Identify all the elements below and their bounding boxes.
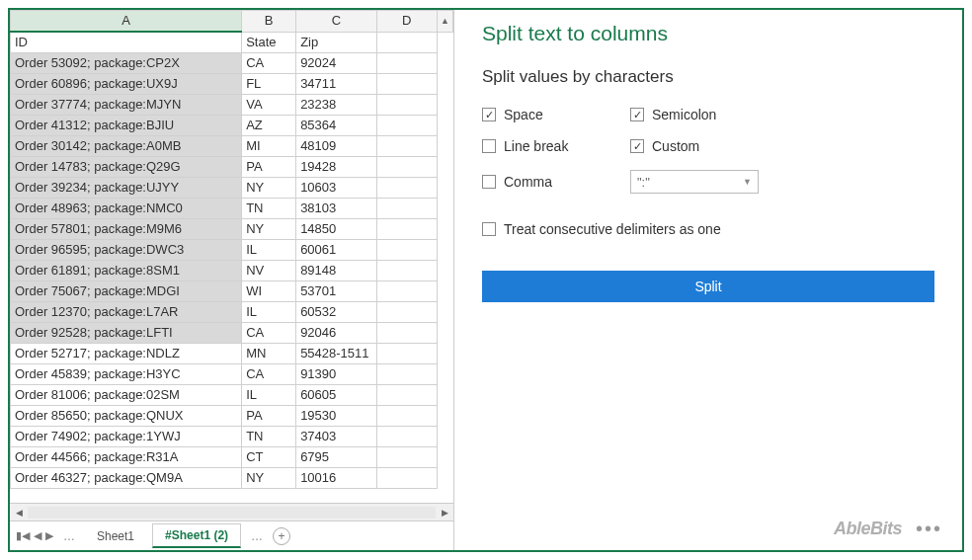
cell-empty[interactable] [376,95,437,116]
tab-first-icon[interactable]: ▮◀ [16,529,30,542]
cell-state[interactable]: FL [242,74,296,95]
cell-state[interactable]: TN [242,199,296,219]
cell-id[interactable]: Order 44566; package:R31A [11,447,242,468]
column-header-row[interactable]: A B C D ▲ [11,11,453,33]
col-header-c[interactable]: C [296,11,376,33]
table-row[interactable]: Order 96595; package:DWC3IL60061 [11,240,453,261]
cell-empty[interactable] [376,427,437,447]
vertical-scrollbar[interactable]: ▲ [437,11,452,33]
cell-empty[interactable] [376,116,437,136]
cell-id[interactable]: Order 48963; package:NMC0 [11,199,242,219]
table-row[interactable]: Order 81006; package:02SMIL60605 [11,385,453,406]
cell-state[interactable]: MI [242,136,296,157]
cell[interactable]: ID [11,32,242,53]
cell[interactable] [376,32,437,53]
cell-id[interactable]: Order 57801; package:M9M6 [11,219,242,240]
horizontal-scrollbar[interactable]: ◀ ▶ [10,503,453,520]
cell-state[interactable]: CA [242,364,296,385]
cell-empty[interactable] [376,468,437,489]
cell-state[interactable]: TN [242,427,296,447]
cell-id[interactable]: Order 60896; package:UX9J [11,74,242,95]
cell-empty[interactable] [376,344,437,364]
cell-state[interactable]: NY [242,219,296,240]
cell-empty[interactable] [376,261,437,281]
table-row[interactable]: Order 41312; package:BJIUAZ85364 [11,116,453,136]
table-row[interactable]: Order 92528; package:LFTICA92046 [11,323,453,344]
cell-state[interactable]: IL [242,385,296,406]
cell-zip[interactable]: 92046 [296,323,376,344]
tab-overflow-right[interactable]: … [247,529,267,543]
tab-sheet1[interactable]: Sheet1 [85,525,146,547]
cell-empty[interactable] [376,240,437,261]
cell-empty[interactable] [376,74,437,95]
cell-id[interactable]: Order 46327; package:QM9A [11,468,242,489]
table-row[interactable]: Order 14783; package:Q29GPA19428 [11,157,453,178]
cell-state[interactable]: CT [242,447,296,468]
cell-zip[interactable]: 14850 [296,219,376,240]
cell-state[interactable]: WI [242,281,296,302]
checkbox-semicolon[interactable]: Semicolon [630,107,788,122]
cell-empty[interactable] [376,178,437,199]
cell-zip[interactable]: 34711 [296,74,376,95]
table-row[interactable]: Order 37774; package:MJYNVA23238 [11,95,453,116]
checkbox-space[interactable]: Space [482,107,620,122]
cell-id[interactable]: Order 41312; package:BJIU [11,116,242,136]
tab-next-icon[interactable]: ▶ [45,529,53,542]
cell-empty[interactable] [376,281,437,302]
tab-prev-icon[interactable]: ◀ [34,529,41,542]
cell-empty[interactable] [376,364,437,385]
table-row[interactable]: Order 45839; package:H3YCCA91390 [11,364,453,385]
cell-empty[interactable] [376,406,437,427]
checkbox-treat-consecutive[interactable]: Treat consecutive delimiters as one [482,221,934,237]
scroll-track[interactable] [28,507,436,519]
scroll-left-icon[interactable]: ◀ [10,508,28,518]
cell-id[interactable]: Order 14783; package:Q29G [11,157,242,178]
cell-zip[interactable]: 92024 [296,53,376,74]
scroll-up-icon[interactable]: ▲ [442,12,448,30]
cell-id[interactable]: Order 92528; package:LFTI [11,323,242,344]
cell-state[interactable]: NY [242,178,296,199]
spreadsheet-grid[interactable]: A B C D ▲ IDStateZipOrder 53092; package… [10,10,453,489]
cell-id[interactable]: Order 45839; package:H3YC [11,364,242,385]
cell-zip[interactable]: 19530 [296,406,376,427]
cell-empty[interactable] [376,53,437,74]
cell-zip[interactable]: 53701 [296,281,376,302]
table-row[interactable]: Order 60896; package:UX9JFL34711 [11,74,453,95]
cell-id[interactable]: Order 81006; package:02SM [11,385,242,406]
cell-id[interactable]: Order 85650; package:QNUX [11,406,242,427]
cell-id[interactable]: Order 74902; package:1YWJ [11,427,242,447]
cell-state[interactable]: IL [242,240,296,261]
cell-zip[interactable]: 89148 [296,261,376,281]
table-row[interactable]: Order 53092; package:CP2XCA92024 [11,53,453,74]
cell-zip[interactable]: 23238 [296,95,376,116]
more-icon[interactable]: ••• [916,518,942,540]
table-row[interactable]: Order 48963; package:NMC0TN38103 [11,199,453,219]
cell-empty[interactable] [376,385,437,406]
table-row[interactable]: Order 39234; package:UJYYNY10603 [11,178,453,199]
table-row[interactable]: Order 30142; package:A0MBMI48109 [11,136,453,157]
cell-zip[interactable]: 10603 [296,178,376,199]
col-header-a[interactable]: A [11,11,242,33]
checkbox-custom[interactable]: Custom [630,138,788,154]
cell-state[interactable]: IL [242,302,296,323]
cell-empty[interactable] [376,323,437,344]
tab-sheet1-2[interactable]: #Sheet1 (2) [152,523,241,548]
cell-id[interactable]: Order 52717; package:NDLZ [11,344,242,364]
cell-zip[interactable]: 55428-1511 [296,344,376,364]
col-header-d[interactable]: D [376,11,437,33]
cell-empty[interactable] [376,199,437,219]
scroll-right-icon[interactable]: ▶ [436,508,453,518]
cell-empty[interactable] [376,447,437,468]
cell-state[interactable]: NY [242,468,296,489]
add-sheet-button[interactable]: + [273,527,290,545]
cell-zip[interactable]: 60532 [296,302,376,323]
cell-zip[interactable]: 19428 [296,157,376,178]
cell-state[interactable]: NV [242,261,296,281]
cell-zip[interactable]: 85364 [296,116,376,136]
cell-zip[interactable]: 38103 [296,199,376,219]
col-header-b[interactable]: B [242,11,296,33]
cell-zip[interactable]: 10016 [296,468,376,489]
tab-overflow-left[interactable]: … [59,529,79,543]
cell-zip[interactable]: 60605 [296,385,376,406]
cell-state[interactable]: MN [242,344,296,364]
